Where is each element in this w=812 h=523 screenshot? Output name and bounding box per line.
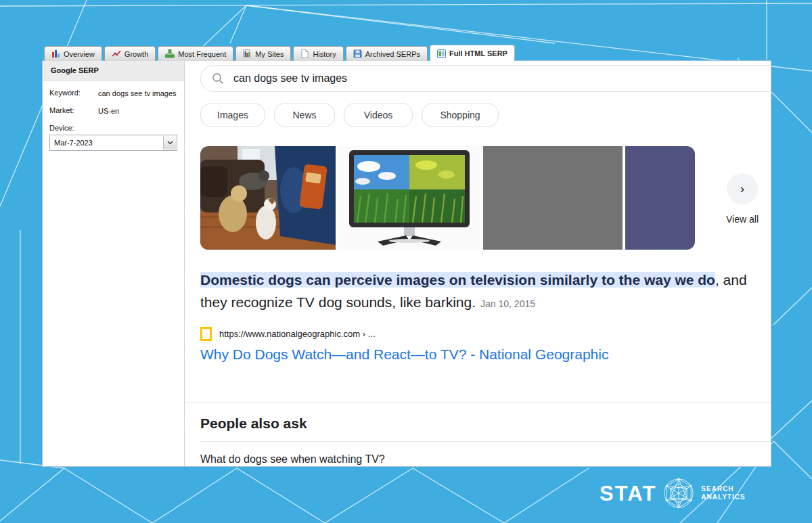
- columns-icon: [243, 49, 252, 58]
- search-bar[interactable]: can dogs see tv images: [200, 65, 771, 92]
- geodesic-sphere-icon: [662, 477, 695, 509]
- device-label: Device:: [49, 124, 98, 132]
- keyword-field: Keyword: can dogs see tv images: [49, 89, 177, 99]
- tagline-line1: SEARCH: [701, 485, 734, 493]
- stat-logo: STAT SEARCH ANALYTICS: [600, 477, 746, 509]
- market-field: Market: US-en: [49, 106, 177, 116]
- keyword-value: can dogs see tv images: [98, 89, 177, 99]
- tab-label: Full HTML SERP: [449, 49, 508, 58]
- paa-divider: [200, 441, 771, 442]
- tab-archived-serps[interactable]: Archived SERPs: [346, 46, 428, 61]
- document-icon: [300, 49, 309, 58]
- tab-history[interactable]: History: [293, 46, 343, 61]
- result-url[interactable]: https://www.nationalgeographic.com › ...: [219, 329, 376, 339]
- google-serp-panel: can dogs see tv images Images News Video…: [185, 61, 771, 466]
- table-icon: [437, 49, 446, 58]
- keyword-label: Keyword:: [49, 89, 98, 99]
- featured-snippet-text: Domestic dogs can perceive images on tel…: [200, 269, 771, 315]
- bar-chart-icon: [51, 49, 60, 58]
- view-all-label[interactable]: View all: [726, 214, 759, 225]
- tab-most-frequent[interactable]: Most Frequent: [158, 46, 233, 61]
- result-title-link[interactable]: Why Do Dogs Watch—and React—to TV? - Nat…: [200, 346, 608, 363]
- search-icon: [211, 72, 225, 85]
- tab-my-sites[interactable]: My Sites: [235, 46, 291, 61]
- snippet-date: Jan 10, 2015: [480, 298, 535, 309]
- snippet-highlighted-text: Domestic dogs can perceive images on tel…: [200, 272, 715, 288]
- tab-label: Growth: [125, 50, 148, 58]
- chip-videos[interactable]: Videos: [344, 103, 413, 127]
- stat-tagline: SEARCH ANALYTICS: [701, 485, 745, 501]
- organic-result: https://www.nationalgeographic.com › ...…: [200, 327, 608, 363]
- paa-question[interactable]: What do dogs see when watching TV?: [200, 453, 385, 465]
- chip-shopping[interactable]: Shopping: [422, 103, 499, 127]
- device-field: Device:: [49, 124, 177, 132]
- market-value: US-en: [98, 106, 177, 116]
- chip-news[interactable]: News: [274, 103, 335, 127]
- carousel-image-dogs-watching-tv[interactable]: [200, 146, 336, 250]
- image-carousel: [200, 146, 695, 250]
- tagline-line2: ANALYTICS: [701, 493, 745, 501]
- tab-full-html-serp[interactable]: Full HTML SERP: [430, 45, 515, 62]
- search-filter-chips: Images News Videos Shopping: [200, 103, 499, 127]
- tab-label: Overview: [64, 50, 95, 58]
- tab-bar: Overview Growth Most Frequent My Sites H…: [44, 44, 771, 61]
- result-url-row[interactable]: https://www.nationalgeographic.com › ...: [200, 327, 608, 341]
- date-dropdown-value: Mar-7-2023: [54, 139, 93, 147]
- sidebar-fields: Keyword: can dogs see tv images Market: …: [43, 81, 184, 159]
- natgeo-favicon-icon: [200, 327, 212, 341]
- carousel-image-tv-color-comparison[interactable]: [338, 146, 480, 250]
- chevron-down-icon[interactable]: [163, 136, 176, 150]
- market-label: Market:: [49, 106, 98, 116]
- tab-label: My Sites: [255, 50, 284, 58]
- people-also-ask-heading: People also ask: [200, 415, 307, 432]
- tab-label: History: [313, 50, 336, 58]
- serp-info-sidebar: Google SERP Keyword: can dogs see tv ima…: [43, 61, 185, 466]
- page-canvas: Overview Growth Most Frequent My Sites H…: [0, 0, 812, 523]
- archive-icon: [353, 49, 362, 58]
- date-dropdown[interactable]: Mar-7-2023: [49, 135, 177, 151]
- section-divider: [185, 403, 771, 403]
- tab-label: Archived SERPs: [365, 50, 420, 58]
- tab-label: Most Frequent: [178, 50, 226, 58]
- stat-wordmark: STAT: [600, 483, 656, 504]
- chevron-right-icon[interactable]: ›: [727, 173, 758, 204]
- stat-app-window: Overview Growth Most Frequent My Sites H…: [42, 44, 771, 467]
- chip-images[interactable]: Images: [200, 103, 265, 127]
- window-body: Google SERP Keyword: can dogs see tv ima…: [42, 60, 771, 467]
- search-input[interactable]: can dogs see tv images: [233, 72, 347, 85]
- line-chart-icon: [112, 49, 121, 58]
- tab-growth[interactable]: Growth: [104, 46, 156, 61]
- device-value: [98, 124, 177, 132]
- view-all-control: › View all: [722, 173, 763, 225]
- tab-overview[interactable]: Overview: [44, 46, 102, 61]
- carousel-image-gray-placeholder[interactable]: [483, 146, 623, 250]
- sidebar-title: Google SERP: [43, 61, 184, 81]
- carousel-image-slate-placeholder[interactable]: [625, 146, 695, 250]
- org-tree-icon: [165, 49, 175, 58]
